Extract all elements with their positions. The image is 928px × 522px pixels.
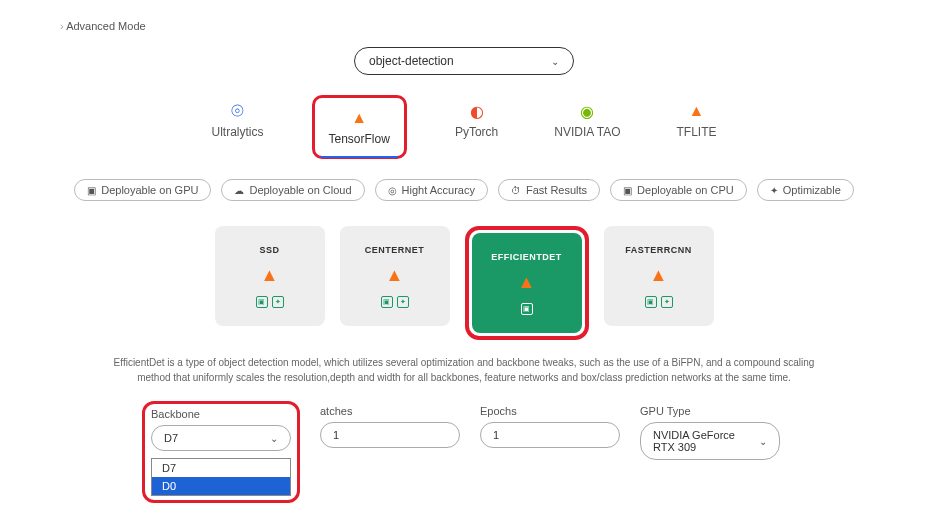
gpu-badge-icon: ▣ <box>256 296 268 308</box>
tensorflow-icon: ▲ <box>650 265 668 286</box>
chevron-down-icon: ⌄ <box>551 56 559 67</box>
tensorflow-icon: ▲ <box>261 265 279 286</box>
card-badges: ▣✦ <box>381 296 409 308</box>
tab-label: NVIDIA TAO <box>554 125 620 139</box>
cloud-icon: ☁ <box>234 185 244 196</box>
tab-tensorflow[interactable]: ▲ TensorFlow <box>321 102 398 152</box>
chevron-down-icon: ⌄ <box>759 436 767 447</box>
cpu-icon: ▣ <box>623 185 632 196</box>
param-label: atches <box>320 405 460 417</box>
backbone-value: D7 <box>164 432 178 444</box>
gpu-badge-icon: ▣ <box>381 296 393 308</box>
chip-label: Optimizable <box>783 184 841 196</box>
tab-tflite[interactable]: ▲ TFLITE <box>668 95 724 159</box>
card-badges: ▣✦ <box>645 296 673 308</box>
gpu-icon: ▣ <box>87 185 96 196</box>
card-badges: ▣ <box>521 303 533 315</box>
card-ssd[interactable]: SSD ▲ ▣✦ <box>215 226 325 326</box>
pytorch-icon: ◐ <box>467 101 487 121</box>
card-fasterrcnn[interactable]: FASTERRCNN ▲ ▣✦ <box>604 226 714 326</box>
card-badges: ▣✦ <box>256 296 284 308</box>
tab-label: Ultralytics <box>212 125 264 139</box>
optimize-badge-icon: ✦ <box>272 296 284 308</box>
optimize-badge-icon: ✦ <box>661 296 673 308</box>
chip-fast-results[interactable]: ⏱Fast Results <box>498 179 600 201</box>
backbone-select[interactable]: D7 ⌄ <box>151 425 291 451</box>
filter-chips: ▣Deployable on GPU ☁Deployable on Cloud … <box>60 179 868 201</box>
chevron-down-icon: ⌄ <box>270 433 278 444</box>
tab-label: TFLITE <box>676 125 716 139</box>
gpu-value: NVIDIA GeForce RTX 309 <box>653 429 759 453</box>
nvidia-icon: ◉ <box>577 101 597 121</box>
tab-pytorch[interactable]: ◐ PyTorch <box>447 95 506 159</box>
card-efficientdet[interactable]: EFFICIENTDET ▲ ▣ <box>472 233 582 333</box>
dropdown-option-d0[interactable]: D0 <box>152 477 290 495</box>
batches-value: 1 <box>333 429 339 441</box>
chip-label: Fast Results <box>526 184 587 196</box>
card-title: EFFICIENTDET <box>491 252 562 262</box>
epochs-input[interactable]: 1 <box>480 422 620 448</box>
gpu-select[interactable]: NVIDIA GeForce RTX 309 ⌄ <box>640 422 780 460</box>
gpu-badge-icon: ▣ <box>645 296 657 308</box>
gpu-badge-icon: ▣ <box>521 303 533 315</box>
epochs-value: 1 <box>493 429 499 441</box>
optimize-icon: ✦ <box>770 185 778 196</box>
ultralytics-icon: ⦾ <box>228 101 248 121</box>
chip-label: Deployable on Cloud <box>249 184 351 196</box>
batches-input[interactable]: 1 <box>320 422 460 448</box>
chip-label: Deployable on CPU <box>637 184 734 196</box>
card-title: FASTERRCNN <box>625 245 692 255</box>
chip-deployable-cpu[interactable]: ▣Deployable on CPU <box>610 179 747 201</box>
tflite-icon: ▲ <box>686 101 706 121</box>
param-backbone: Backbone D7 ⌄ D7 D0 <box>151 408 291 496</box>
hyperparameters-row: Backbone D7 ⌄ D7 D0 atches 1 Epochs 1 GP… <box>60 405 868 503</box>
param-label: Epochs <box>480 405 620 417</box>
dropdown-option-d7[interactable]: D7 <box>152 459 290 477</box>
task-select[interactable]: object-detection ⌄ <box>354 47 574 75</box>
tab-label: PyTorch <box>455 125 498 139</box>
tab-nvidia-tao[interactable]: ◉ NVIDIA TAO <box>546 95 628 159</box>
chip-optimizable[interactable]: ✦Optimizable <box>757 179 854 201</box>
tab-label: TensorFlow <box>329 132 390 146</box>
card-title: SSD <box>259 245 279 255</box>
card-title: CENTERNET <box>365 245 425 255</box>
chip-deployable-cloud[interactable]: ☁Deployable on Cloud <box>221 179 364 201</box>
param-label: Backbone <box>151 408 291 420</box>
target-icon: ◎ <box>388 185 397 196</box>
param-label: GPU Type <box>640 405 780 417</box>
param-batches: atches 1 <box>320 405 460 448</box>
param-epochs: Epochs 1 <box>480 405 620 448</box>
chip-deployable-gpu[interactable]: ▣Deployable on GPU <box>74 179 211 201</box>
chip-label: Deployable on GPU <box>101 184 198 196</box>
card-centernet[interactable]: CENTERNET ▲ ▣✦ <box>340 226 450 326</box>
tensorflow-icon: ▲ <box>518 272 536 293</box>
model-description: EfficientDet is a type of object detecti… <box>104 355 824 385</box>
clock-icon: ⏱ <box>511 185 521 196</box>
chip-label: Hight Accuracy <box>402 184 475 196</box>
param-gpu-type: GPU Type NVIDIA GeForce RTX 309 ⌄ <box>640 405 780 460</box>
tab-ultralytics[interactable]: ⦾ Ultralytics <box>204 95 272 159</box>
tensorflow-icon: ▲ <box>386 265 404 286</box>
model-cards: SSD ▲ ▣✦ CENTERNET ▲ ▣✦ EFFICIENTDET ▲ ▣… <box>60 226 868 340</box>
framework-tabs: ⦾ Ultralytics ▲ TensorFlow ◐ PyTorch ◉ N… <box>60 95 868 159</box>
breadcrumb[interactable]: Advanced Mode <box>60 20 868 32</box>
tensorflow-icon: ▲ <box>349 108 369 128</box>
chip-high-accuracy[interactable]: ◎Hight Accuracy <box>375 179 488 201</box>
backbone-dropdown: D7 D0 <box>151 458 291 496</box>
optimize-badge-icon: ✦ <box>397 296 409 308</box>
task-select-value: object-detection <box>369 54 454 68</box>
